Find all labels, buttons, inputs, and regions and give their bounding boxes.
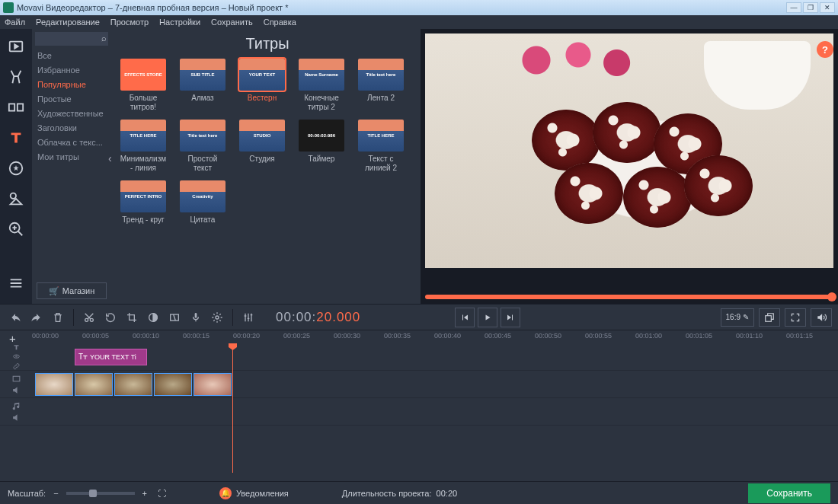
menu-edit[interactable]: Редактирование <box>36 18 100 27</box>
cat-favorites[interactable]: Избранное <box>35 63 108 78</box>
cat-popular[interactable]: Популярные <box>35 78 108 92</box>
video-clip[interactable] <box>194 373 232 396</box>
zoom-out-icon[interactable]: − <box>53 489 58 498</box>
eq-button[interactable] <box>239 308 257 327</box>
preview-canvas[interactable] <box>425 33 833 268</box>
tool-more[interactable] <box>2 269 30 298</box>
tool-filters[interactable] <box>2 62 30 91</box>
search-clear-icon[interactable]: ⌕ <box>101 33 107 43</box>
svg-rect-10 <box>195 313 197 318</box>
cat-my[interactable]: Мои титры <box>35 150 108 164</box>
audio-track-head <box>0 398 32 425</box>
window-controls: — ❐ ✕ <box>786 2 835 13</box>
save-button[interactable]: Сохранить <box>748 483 830 503</box>
speaker-icon[interactable] <box>11 413 21 423</box>
title-track-body[interactable]: Tᴛ YOUR TEXT Ti <box>32 343 838 370</box>
cat-headers[interactable]: Заголовки <box>35 121 108 136</box>
cat-artistic[interactable]: Художественные <box>35 107 108 121</box>
tool-stickers[interactable] <box>2 154 30 183</box>
title-thumb[interactable]: YOUR TEXTВестерн <box>239 59 285 112</box>
tool-titles[interactable] <box>2 123 30 152</box>
title-thumb[interactable]: PERFECT INTROТренд - круг <box>120 180 166 225</box>
mic-button[interactable] <box>187 308 205 327</box>
video-clip[interactable] <box>75 373 113 396</box>
next-button[interactable] <box>501 308 520 327</box>
fit-icon[interactable]: ⛶ <box>158 489 166 498</box>
app-icon <box>3 2 14 13</box>
ruler-tick: 00:00:05 <box>82 332 109 340</box>
crop-button[interactable] <box>123 308 141 327</box>
play-button[interactable] <box>478 308 497 327</box>
zoom-in-icon[interactable]: + <box>142 489 147 498</box>
maximize-button[interactable]: ❐ <box>803 2 818 13</box>
store-button[interactable]: 🛒 Магазин <box>37 282 107 299</box>
search-input[interactable] <box>35 32 108 46</box>
cut-button[interactable] <box>80 308 98 327</box>
prev-button[interactable] <box>455 308 475 327</box>
notifications[interactable]: 🔔 Уведомления <box>219 487 289 499</box>
svg-point-4 <box>11 193 16 199</box>
playhead[interactable] <box>232 343 233 473</box>
title-thumb[interactable]: Title text hereПростой текст <box>180 120 225 173</box>
aspect-button[interactable]: 16:9✎ <box>721 308 754 327</box>
delete-button[interactable] <box>49 308 67 327</box>
tool-import[interactable] <box>2 32 30 61</box>
redo-button[interactable] <box>27 308 46 327</box>
tool-zoom[interactable] <box>2 215 30 244</box>
fullscreen-button[interactable] <box>785 308 806 327</box>
speaker-icon[interactable] <box>11 385 21 395</box>
cat-all[interactable]: Все <box>35 49 108 63</box>
title-thumb[interactable]: TITLE HEREТекст с линией 2 <box>358 120 404 173</box>
title-clip[interactable]: Tᴛ YOUR TEXT Ti <box>75 349 147 365</box>
minimize-button[interactable]: — <box>786 2 801 13</box>
audio-track-body[interactable] <box>32 398 838 425</box>
timeline-ruler[interactable]: + 00:00:0000:00:0500:00:1000:00:1500:00:… <box>0 330 838 343</box>
zoom-slider[interactable] <box>66 492 135 495</box>
volume-button[interactable] <box>811 308 832 327</box>
duration-label: Длительность проекта: 00:20 <box>342 489 457 498</box>
link-icon[interactable] <box>11 362 21 370</box>
menu-file[interactable]: Файл <box>5 18 25 27</box>
music-icon <box>11 401 21 411</box>
title-thumb[interactable]: Name SurnameКонечные титры 2 <box>299 59 344 112</box>
video-clip[interactable] <box>35 373 73 396</box>
detach-button[interactable] <box>759 308 780 327</box>
notif-label: Уведомления <box>236 489 289 498</box>
ruler-tick: 00:01:05 <box>686 332 712 340</box>
menu-help[interactable]: Справка <box>264 18 296 27</box>
video-track <box>0 371 838 398</box>
cat-simple[interactable]: Простые <box>35 92 108 107</box>
transition-button[interactable] <box>165 308 184 327</box>
collapse-chevron-icon[interactable]: ‹ <box>108 152 112 164</box>
svg-rect-2 <box>18 104 23 110</box>
title-thumb[interactable]: EFFECTS STOREБольше титров! <box>120 59 166 112</box>
help-button[interactable]: ? <box>817 41 833 58</box>
title-thumb[interactable]: TITLE HEREМинимализм - линия <box>120 120 166 173</box>
undo-button[interactable] <box>6 308 24 327</box>
title-thumb[interactable]: 00:00:02:986Таймер <box>299 120 344 173</box>
title-thumb[interactable]: SUB TITLEАлмаз <box>180 59 225 112</box>
preview-panel: ? <box>421 29 838 304</box>
color-button[interactable] <box>144 308 162 327</box>
ruler-tick: 00:00:45 <box>485 332 511 340</box>
tool-transitions[interactable] <box>2 93 30 122</box>
props-button[interactable] <box>208 308 226 327</box>
eye-icon[interactable] <box>11 352 21 360</box>
title-thumb[interactable]: CreativityЦитата <box>180 180 225 225</box>
ruler-tick: 00:00:50 <box>535 332 561 340</box>
titles-gallery: Титры EFFECTS STOREБольше титров!SUB TIT… <box>111 29 421 304</box>
menu-settings[interactable]: Настройки <box>159 18 200 27</box>
rotate-button[interactable] <box>101 308 120 327</box>
menu-view[interactable]: Просмотр <box>110 18 149 27</box>
close-button[interactable]: ✕ <box>820 2 835 13</box>
menu-save[interactable]: Сохранить <box>211 18 253 27</box>
title-thumb[interactable]: STUDIOСтудия <box>239 120 285 173</box>
preview-scrubber[interactable] <box>425 295 833 299</box>
tool-callouts[interactable] <box>2 184 30 213</box>
video-clip[interactable] <box>154 373 192 396</box>
video-track-body[interactable] <box>32 371 838 397</box>
cat-bubbles[interactable]: Облачка с текс... <box>35 136 108 150</box>
video-clip[interactable] <box>114 373 152 396</box>
title-thumb[interactable]: Title text hereЛента 2 <box>358 59 404 112</box>
bell-icon: 🔔 <box>219 487 232 499</box>
